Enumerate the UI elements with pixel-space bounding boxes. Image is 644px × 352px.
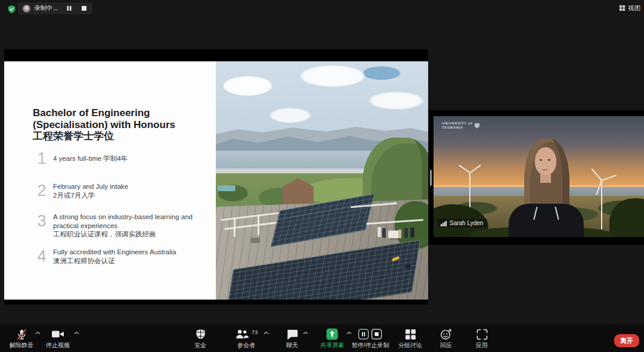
item-number: 1 <box>33 150 51 167</box>
photo-ac-unit <box>388 230 399 238</box>
video-options-chevron[interactable] <box>74 331 79 335</box>
slide-item-1: 1 4 years full-time 学制4年 <box>33 150 128 167</box>
slide-item-3: 3 A strong focus on industry-based learn… <box>33 213 193 239</box>
participant-name: Sarah Lyden <box>450 220 483 226</box>
participants-icon <box>235 328 249 340</box>
pause-stop-recording-button[interactable]: 暂停/停止录制 <box>352 328 389 350</box>
slide-item-4: 4 Fully accredited with Engineers Austra… <box>33 248 176 265</box>
mic-muted-icon <box>16 328 28 341</box>
photo-bag <box>405 264 411 268</box>
security-button[interactable]: 安全 <box>194 328 206 350</box>
photo-person <box>404 228 408 238</box>
recording-indicator: 录制中... <box>18 2 92 14</box>
meeting-toolbar: 解除静音 停止视频 安全 <box>0 325 644 352</box>
recording-label: 录制中... <box>34 4 58 13</box>
host-avatar <box>23 5 30 13</box>
stop-recording-button[interactable] <box>80 5 88 13</box>
stop-video-button[interactable]: 停止视频 <box>46 328 70 350</box>
stop-icon <box>81 5 87 11</box>
slide-title-line1: Bachelor of Engineering <box>33 107 175 119</box>
participants-options-chevron[interactable] <box>264 331 269 335</box>
camera-icon <box>51 328 64 340</box>
chat-bubble-icon <box>286 329 299 340</box>
photo-person <box>398 229 401 238</box>
participant-body <box>509 204 584 237</box>
zoom-meeting-window: 录制中... 视图 Bachelor of Engineering (Speci… <box>0 0 644 352</box>
slide-item-2: 2 February and July intake 2月或7月入学 <box>33 182 128 200</box>
smiley-plus-icon <box>440 328 452 340</box>
participants-button[interactable]: 73 参会者 <box>235 328 258 350</box>
audio-level-bars-icon <box>441 220 447 226</box>
item-number: 2 <box>33 182 51 200</box>
meeting-secure-shield-icon[interactable] <box>7 5 16 14</box>
chat-options-chevron[interactable] <box>303 331 308 335</box>
unmute-button[interactable]: 解除静音 <box>10 328 33 350</box>
view-label: 视图 <box>628 4 640 13</box>
slide-text-panel: Bachelor of Engineering (Specialisation)… <box>4 61 216 300</box>
reactions-button[interactable]: 回应 <box>440 328 452 350</box>
stop-record-icon <box>371 329 382 339</box>
photo-pool <box>218 185 236 191</box>
slide-title: Bachelor of Engineering (Specialisation)… <box>33 107 175 142</box>
slide-title-line2: (Specialisation) with Honours <box>33 119 175 131</box>
item-number: 4 <box>33 248 51 265</box>
photo-person <box>410 228 414 238</box>
participant-face <box>535 147 556 175</box>
pause-recording-button[interactable] <box>65 5 73 13</box>
leave-meeting-button[interactable]: 离开 <box>614 334 639 347</box>
chat-button[interactable]: 聊天 <box>286 328 299 350</box>
pause-icon <box>66 5 72 11</box>
view-grid-icon <box>619 5 626 11</box>
slide-photo-rooftop-solar <box>216 61 428 300</box>
mic-options-chevron[interactable] <box>35 331 41 335</box>
security-shield-icon <box>195 328 206 340</box>
view-button[interactable]: 视图 <box>617 3 643 13</box>
share-screen-icon <box>326 328 338 340</box>
shared-screen: Bachelor of Engineering (Specialisation)… <box>4 49 428 304</box>
presentation-slide: Bachelor of Engineering (Specialisation)… <box>4 61 428 300</box>
university-logo: UNIVERSITY of TASMANIA <box>442 122 479 130</box>
pause-record-icon <box>358 329 369 339</box>
breakout-rooms-button[interactable]: 分组讨论 <box>398 328 422 350</box>
slide-title-line3: 工程荣誉学士学位 <box>33 130 175 142</box>
participants-count: 73 <box>252 329 258 335</box>
breakout-grid-icon <box>405 329 416 340</box>
photo-person <box>382 228 386 238</box>
participant-video[interactable]: UNIVERSITY of TASMANIA Sarah Lyden <box>434 116 644 237</box>
item-number: 3 <box>33 213 51 239</box>
photo-person <box>377 227 381 237</box>
wind-turbine-right <box>601 180 602 229</box>
apps-button[interactable]: 应用 <box>476 328 488 350</box>
video-thumbnail-panel: UNIVERSITY of TASMANIA Sarah Lyden <box>429 110 644 245</box>
video-panel-collapse-handle[interactable] <box>430 170 432 186</box>
share-screen-button[interactable]: 共享屏幕 <box>320 328 344 350</box>
university-crest-icon <box>475 123 479 129</box>
participant-nameplate: Sarah Lyden <box>438 219 487 228</box>
apps-brackets-icon <box>476 329 488 340</box>
photo-roof-vent <box>250 238 260 243</box>
